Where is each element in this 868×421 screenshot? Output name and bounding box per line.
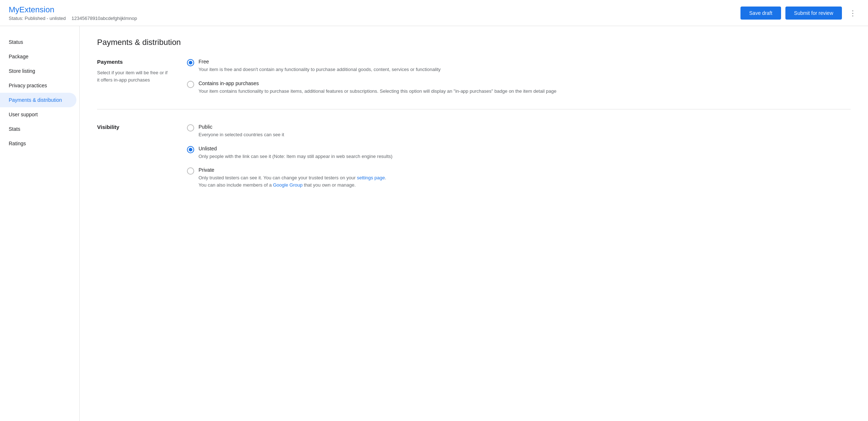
app-id: 12345678910abcdefghijklmnop <box>72 16 137 21</box>
payments-label: Payments <box>97 59 170 65</box>
visibility-private-description: Only trusted testers can see it. You can… <box>199 174 386 188</box>
visibility-label: Visibility <box>97 124 170 130</box>
payments-inapp-description: Your item contains functionality to purc… <box>199 88 556 95</box>
payments-inapp-option: Contains in-app purchases Your item cont… <box>187 80 851 95</box>
payments-free-option: Free Your item is free and doesn't conta… <box>187 59 851 73</box>
sidebar-item-package[interactable]: Package <box>0 49 76 64</box>
payments-free-label: Free <box>199 59 441 64</box>
payments-label-col: Payments Select if your item will be fre… <box>97 59 170 95</box>
page-title: Payments & distribution <box>97 38 851 47</box>
sidebar-item-privacy-practices[interactable]: Privacy practices <box>0 78 76 93</box>
visibility-private-option: Private Only trusted testers can see it.… <box>187 167 851 188</box>
visibility-private-label: Private <box>199 167 386 173</box>
sidebar-item-store-listing[interactable]: Store listing <box>0 64 76 78</box>
header-left: MyExtension Status: Published - unlisted… <box>9 5 740 21</box>
main-content: Payments & distribution Payments Select … <box>80 26 868 421</box>
visibility-unlisted-option: Unlisted Only people with the link can s… <box>187 146 851 160</box>
more-options-icon[interactable]: ⋮ <box>846 6 859 20</box>
sidebar-item-ratings[interactable]: Ratings <box>0 136 76 151</box>
google-group-link[interactable]: Google Group <box>273 182 302 188</box>
sidebar: Status Package Store listing Privacy pra… <box>0 26 80 421</box>
header: MyExtension Status: Published - unlisted… <box>0 0 868 26</box>
app-status: Status: Published - unlisted <box>9 16 66 21</box>
visibility-unlisted-radio[interactable] <box>187 146 194 153</box>
visibility-public-option: Public Everyone in selected countries ca… <box>187 124 851 138</box>
payments-inapp-radio[interactable] <box>187 81 194 88</box>
visibility-public-label: Public <box>199 124 284 130</box>
app-meta: Status: Published - unlisted 12345678910… <box>9 16 740 21</box>
layout: Status Package Store listing Privacy pra… <box>0 26 868 421</box>
payments-inapp-label: Contains in-app purchases <box>199 80 556 86</box>
payments-free-radio[interactable] <box>187 59 194 66</box>
payments-section: Payments Select if your item will be fre… <box>97 59 851 109</box>
sidebar-item-user-support[interactable]: User support <box>0 107 76 122</box>
sidebar-item-payments-distribution[interactable]: Payments & distribution <box>0 93 76 107</box>
visibility-public-radio[interactable] <box>187 124 194 132</box>
visibility-options: Public Everyone in selected countries ca… <box>187 124 851 188</box>
payments-options: Free Your item is free and doesn't conta… <box>187 59 851 95</box>
visibility-label-col: Visibility <box>97 124 170 188</box>
sidebar-item-stats[interactable]: Stats <box>0 122 76 136</box>
settings-page-link[interactable]: settings page <box>357 175 385 180</box>
sidebar-item-status[interactable]: Status <box>0 35 76 49</box>
visibility-unlisted-label: Unlisted <box>199 146 392 151</box>
submit-for-review-button[interactable]: Submit for review <box>785 7 842 20</box>
header-actions: Save draft Submit for review ⋮ <box>740 6 859 20</box>
save-draft-button[interactable]: Save draft <box>740 7 781 20</box>
visibility-section: Visibility Public Everyone in selected c… <box>97 124 851 203</box>
app-title: MyExtension <box>9 5 740 15</box>
visibility-public-description: Everyone in selected countries can see i… <box>199 131 284 138</box>
payments-description: Select if your item will be free or if i… <box>97 69 170 83</box>
visibility-private-radio[interactable] <box>187 167 194 175</box>
payments-free-description: Your item is free and doesn't contain an… <box>199 66 441 73</box>
visibility-unlisted-description: Only people with the link can see it (No… <box>199 153 392 160</box>
